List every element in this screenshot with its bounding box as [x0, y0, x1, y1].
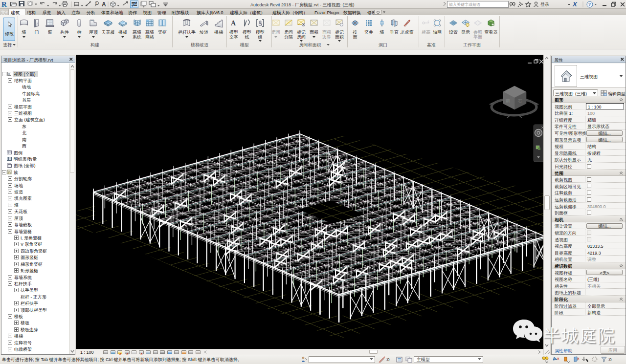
- svg-text:R: R: [1, 0, 7, 8]
- svg-text:前: 前: [506, 98, 510, 103]
- svg-text:?: ?: [588, 2, 591, 7]
- svg-text:X: X: [572, 1, 578, 8]
- svg-text::0: :0: [608, 357, 612, 362]
- svg-text:-1: -1: [427, 20, 429, 23]
- svg-text:x: x: [577, 356, 580, 361]
- svg-text:x: x: [557, 356, 559, 361]
- svg-text:A: A: [231, 20, 236, 27]
- svg-text:A: A: [102, 1, 106, 8]
- svg-text:右: 右: [517, 98, 522, 103]
- svg-text:登录: 登录: [540, 2, 549, 7]
